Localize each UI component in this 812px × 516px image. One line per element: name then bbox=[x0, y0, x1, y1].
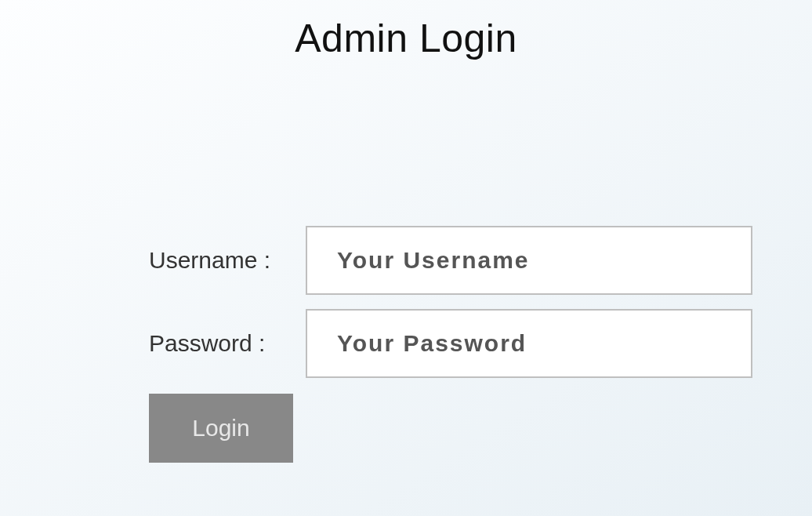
password-input[interactable] bbox=[306, 309, 752, 378]
username-row: Username : bbox=[149, 226, 812, 295]
username-label: Username : bbox=[149, 247, 306, 274]
page-title: Admin Login bbox=[0, 16, 812, 61]
password-row: Password : bbox=[149, 309, 812, 378]
login-button[interactable]: Login bbox=[149, 394, 293, 463]
password-label: Password : bbox=[149, 330, 306, 357]
login-form: Username : Password : Login bbox=[149, 226, 812, 463]
username-input[interactable] bbox=[306, 226, 752, 295]
